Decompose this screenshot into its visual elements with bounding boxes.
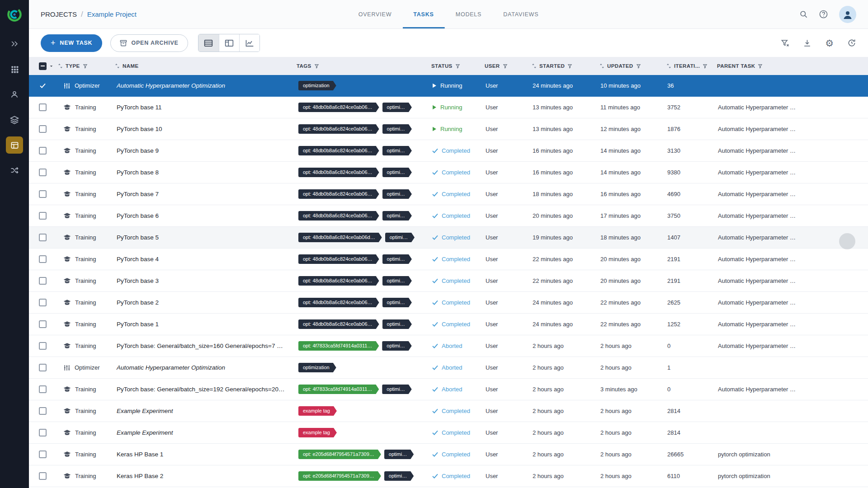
sort-icon[interactable] bbox=[599, 63, 604, 69]
tab-models[interactable]: MODELS bbox=[445, 0, 493, 28]
table-view-icon[interactable] bbox=[198, 34, 219, 52]
row-checkbox[interactable] bbox=[39, 472, 47, 480]
apps-grid-icon[interactable] bbox=[6, 61, 23, 78]
column-header-updated[interactable]: UPDATED bbox=[599, 63, 666, 69]
filter-icon[interactable] bbox=[314, 64, 319, 69]
search-icon[interactable] bbox=[799, 10, 808, 19]
tag[interactable]: opt: 48db0b8a6c824ce0ab06… bbox=[298, 254, 379, 264]
tag[interactable]: opt: e205d684f7954571a7309… bbox=[298, 450, 381, 459]
tag[interactable]: opt: 48db0b8a6c824ce0ab06… bbox=[298, 124, 379, 134]
tab-tasks[interactable]: TASKS bbox=[402, 0, 444, 28]
user-avatar[interactable] bbox=[839, 6, 856, 23]
breadcrumb-projects-link[interactable]: PROJECTS bbox=[41, 10, 77, 18]
tag[interactable]: opt: 48db0b8a6c824ce0ab06… bbox=[298, 276, 379, 286]
tag[interactable]: optimi… bbox=[382, 146, 412, 155]
projects-icon[interactable] bbox=[6, 136, 23, 154]
column-header-parent-task[interactable]: PARENT TASK bbox=[717, 63, 868, 69]
row-checkbox[interactable] bbox=[39, 255, 47, 263]
tag[interactable]: optimi… bbox=[382, 385, 411, 394]
table-row[interactable]: TrainingPyTorch base 3opt: 48db0b8a6c824… bbox=[29, 270, 868, 292]
column-header-status[interactable]: STATUS bbox=[431, 63, 485, 69]
tag[interactable]: opt: 48db0b8a6c824ce0ab06… bbox=[298, 189, 379, 199]
clearml-logo-icon[interactable] bbox=[5, 5, 24, 23]
tag[interactable]: optimi… bbox=[384, 471, 414, 481]
tag[interactable]: opt: 48db0b8a6c824ce0ab06… bbox=[298, 298, 379, 307]
filter-icon[interactable] bbox=[567, 64, 572, 69]
table-row[interactable]: TrainingPyTorch base 6opt: 48db0b8a6c824… bbox=[29, 205, 868, 227]
column-header-tags[interactable]: TAGS bbox=[297, 63, 431, 69]
table-row[interactable]: OptimizerAutomatic Hyperparameter Optimi… bbox=[29, 357, 868, 379]
table-row[interactable]: TrainingPyTorch base 11opt: 48db0b8a6c82… bbox=[29, 97, 868, 118]
tag[interactable]: opt: 48db0b8a6c824ce0ab06… bbox=[298, 168, 379, 177]
tag[interactable]: optimi… bbox=[382, 211, 412, 221]
tag[interactable]: opt: 48db0b8a6c824ce0ab06… bbox=[298, 103, 379, 112]
row-checkbox[interactable] bbox=[39, 212, 47, 220]
new-task-button[interactable]: + NEW TASK bbox=[41, 34, 102, 52]
tag[interactable]: optimi… bbox=[382, 319, 412, 329]
row-checkbox[interactable] bbox=[39, 364, 47, 371]
tag[interactable]: optimization bbox=[298, 81, 336, 90]
tag[interactable]: example tag bbox=[298, 406, 337, 416]
tag[interactable]: optimi… bbox=[382, 341, 411, 351]
datasets-icon[interactable] bbox=[6, 111, 23, 128]
row-checkbox[interactable] bbox=[39, 450, 47, 458]
filter-icon[interactable] bbox=[636, 64, 641, 69]
row-checkbox[interactable] bbox=[39, 82, 47, 89]
select-all-caret-icon[interactable] bbox=[49, 64, 54, 69]
row-checkbox[interactable] bbox=[39, 103, 47, 111]
table-row[interactable]: TrainingPyTorch base 1opt: 48db0b8a6c824… bbox=[29, 314, 868, 335]
column-header-iterati[interactable]: ITERATI... bbox=[666, 63, 717, 69]
double-chevron-icon[interactable] bbox=[6, 35, 23, 52]
column-header-user[interactable]: USER bbox=[485, 63, 532, 69]
filter-icon[interactable] bbox=[703, 64, 708, 69]
row-checkbox[interactable] bbox=[39, 299, 47, 306]
chart-view-icon[interactable] bbox=[239, 34, 259, 52]
table-row[interactable]: TrainingPyTorch base 9opt: 48db0b8a6c824… bbox=[29, 140, 868, 162]
auto-refresh-icon[interactable] bbox=[847, 38, 856, 47]
row-checkbox[interactable] bbox=[39, 407, 47, 415]
column-header-type[interactable]: TYPE bbox=[58, 63, 115, 69]
sort-icon[interactable] bbox=[58, 63, 63, 69]
tag[interactable]: opt: 48db0b8a6c824ce0ab06… bbox=[298, 211, 379, 221]
sort-icon[interactable] bbox=[666, 63, 671, 69]
download-icon[interactable] bbox=[803, 39, 811, 47]
row-checkbox[interactable] bbox=[39, 234, 47, 241]
tag[interactable]: opt: 4f7833ca5fd74914a0311… bbox=[298, 341, 379, 351]
sort-icon[interactable] bbox=[115, 63, 120, 69]
table-row[interactable]: TrainingExample Experimentexample tagCom… bbox=[29, 422, 868, 444]
column-header-started[interactable]: STARTED bbox=[532, 63, 599, 69]
row-checkbox[interactable] bbox=[39, 125, 47, 133]
table-row[interactable]: TrainingPyTorch base: General/batch_size… bbox=[29, 335, 868, 357]
breadcrumb-current-project[interactable]: Example Project bbox=[87, 10, 137, 18]
split-view-icon[interactable] bbox=[219, 34, 239, 52]
filter-icon[interactable] bbox=[455, 64, 460, 69]
table-row[interactable]: TrainingPyTorch base 2opt: 48db0b8a6c824… bbox=[29, 292, 868, 314]
tag[interactable]: optimization bbox=[298, 363, 336, 372]
tag[interactable]: opt: 4f7833ca5fd74914a0311… bbox=[298, 385, 379, 394]
settings-icon[interactable]: ⚙ bbox=[825, 38, 834, 48]
scroll-indicator-button[interactable] bbox=[839, 233, 855, 249]
tag[interactable]: opt: 48db0b8a6c824ce0ab06… bbox=[298, 146, 379, 155]
tab-dataviews[interactable]: DATAVIEWS bbox=[492, 0, 549, 28]
table-row[interactable]: TrainingExample Experimentexample tagCom… bbox=[29, 400, 868, 422]
row-checkbox[interactable] bbox=[39, 147, 47, 155]
row-checkbox[interactable] bbox=[39, 342, 47, 350]
tag[interactable]: opt: 48db0b8a6c824ce0ab06… bbox=[298, 319, 379, 329]
filter-icon[interactable] bbox=[503, 64, 508, 69]
select-all-checkbox[interactable] bbox=[39, 62, 47, 70]
tag[interactable]: optimi… bbox=[382, 276, 412, 286]
row-checkbox[interactable] bbox=[39, 429, 47, 436]
tag[interactable]: optimi… bbox=[382, 124, 412, 134]
table-row[interactable]: TrainingPyTorch base 5opt: 48db0b8a6c824… bbox=[29, 227, 868, 249]
filter-icon[interactable] bbox=[758, 64, 763, 69]
tag[interactable]: optimi… bbox=[382, 189, 412, 199]
tag[interactable]: opt: 48db0b8a6c824ce0ab06d… bbox=[298, 233, 382, 242]
table-row[interactable]: TrainingPyTorch base 7opt: 48db0b8a6c824… bbox=[29, 183, 868, 205]
row-checkbox[interactable] bbox=[39, 169, 47, 176]
tag[interactable]: optimi… bbox=[385, 233, 415, 242]
table-row[interactable]: TrainingPyTorch base 4opt: 48db0b8a6c824… bbox=[29, 249, 868, 270]
tag[interactable]: optimi… bbox=[382, 103, 412, 112]
table-row[interactable]: TrainingPyTorch base 8opt: 48db0b8a6c824… bbox=[29, 162, 868, 183]
tag[interactable]: optimi… bbox=[382, 254, 412, 264]
table-row[interactable]: TrainingKeras HP Base 2opt: e205d684f795… bbox=[29, 465, 868, 487]
